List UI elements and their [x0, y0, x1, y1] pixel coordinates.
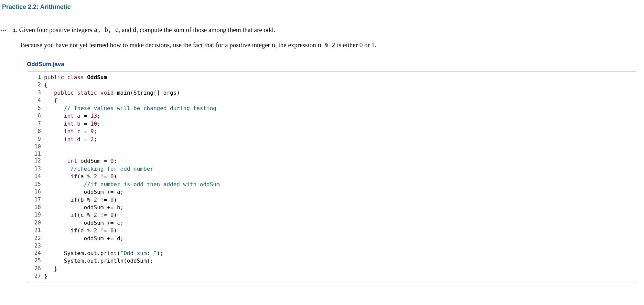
t2-expr: n % 2 [318, 42, 335, 49]
code-line: 21 if(d % 2 != 0) [27, 227, 227, 234]
code-line: 6 int a = 13; [27, 112, 227, 120]
code-content[interactable]: oddSum += c; [44, 219, 227, 227]
t1-mid1: , and [119, 26, 133, 33]
code-content[interactable]: int d = 2; [44, 136, 227, 143]
line-number: 4 [27, 97, 44, 104]
line-number: 6 [27, 112, 44, 120]
code-content[interactable]: oddSum += d; [44, 235, 227, 242]
line-number: 19 [27, 211, 44, 219]
code-line: 26 } [27, 265, 227, 273]
line-number: 15 [27, 181, 44, 188]
code-content[interactable]: int oddSum = 0; [44, 157, 227, 165]
code-editor[interactable]: 1public class OddSum2{3 public static vo… [27, 71, 637, 283]
code-line: 15 //if number is odd then added with od… [27, 181, 227, 188]
code-line: 13 //checking for odd number [27, 165, 227, 173]
code-content[interactable]: public class OddSum [44, 74, 227, 81]
code-content[interactable]: if(b % 2 != 0) [44, 196, 227, 204]
line-number: 11 [27, 150, 44, 157]
code-line: 20 oddSum += c; [27, 219, 227, 227]
problem-block: ••• 1. Given four positive integers a, b… [0, 26, 644, 283]
code-content[interactable]: int c = 9; [44, 128, 227, 135]
line-number: 9 [27, 136, 44, 143]
code-line: 16 oddSum += a; [27, 188, 227, 196]
code-line: 24 System.out.print("Odd sum: "); [27, 250, 227, 257]
code-content[interactable]: } [44, 265, 227, 273]
code-line: 27} [27, 273, 227, 280]
code-line: 8 int c = 9; [27, 128, 227, 135]
code-content[interactable]: if(a % 2 != 0) [44, 173, 227, 180]
code-content[interactable]: { [44, 81, 227, 89]
code-content[interactable] [44, 242, 227, 249]
code-content[interactable] [44, 143, 227, 150]
line-number: 12 [27, 157, 44, 165]
t1-mid2: , compute the sum of those among them th… [137, 26, 275, 33]
code-content[interactable]: oddSum += b; [44, 204, 227, 211]
page-title: Practice 2.2: Arithmetic [0, 0, 644, 11]
code-line: 18 oddSum += b; [27, 204, 227, 211]
line-number: 16 [27, 188, 44, 196]
code-line: 10 [27, 143, 227, 150]
code-line: 25 System.out.println(oddSum); [27, 257, 227, 265]
code-content[interactable]: //checking for odd number [44, 165, 227, 173]
line-number: 2 [27, 81, 44, 89]
code-line: 17 if(b % 2 != 0) [27, 196, 227, 204]
line-number: 7 [27, 120, 44, 128]
line-number: 5 [27, 105, 44, 112]
t1-pre: Given four positive integers [19, 26, 94, 33]
code-content[interactable] [44, 150, 227, 157]
code-content[interactable]: } [44, 273, 227, 280]
code-line: 23 [27, 242, 227, 249]
line-number: 1 [27, 74, 44, 81]
code-content[interactable]: int b = 10; [44, 120, 227, 128]
code-content[interactable]: System.out.println(oddSum); [44, 257, 227, 265]
code-line: 9 int d = 2; [27, 136, 227, 143]
line-number: 25 [27, 257, 44, 265]
code-line: 22 oddSum += d; [27, 235, 227, 242]
problem-number: 1. [13, 27, 17, 33]
code-content[interactable]: System.out.print("Odd sum: "); [44, 250, 227, 257]
line-number: 24 [27, 250, 44, 257]
code-content[interactable]: // These values will be changed during t… [44, 105, 227, 112]
problem-text-1: Given four positive integers a, b, c, an… [19, 26, 275, 34]
line-number: 10 [27, 143, 44, 150]
code-content[interactable]: if(c % 2 != 0) [44, 211, 227, 219]
t2-mid: , the expression [275, 41, 318, 49]
line-number: 3 [27, 89, 44, 97]
code-line: 14 if(a % 2 != 0) [27, 173, 227, 180]
line-number: 23 [27, 242, 44, 249]
line-number: 26 [27, 265, 44, 273]
line-number: 27 [27, 273, 44, 280]
line-number: 13 [27, 165, 44, 173]
line-number: 14 [27, 173, 44, 180]
code-content[interactable]: //if number is odd then added with oddSu… [44, 181, 227, 188]
code-line: 12 int oddSum = 0; [27, 157, 227, 165]
line-number: 18 [27, 204, 44, 211]
code-line: 19 if(c % 2 != 0) [27, 211, 227, 219]
filename-label: OddSum.java [27, 61, 644, 68]
code-line: 4 { [27, 97, 227, 104]
code-content[interactable]: if(d % 2 != 0) [44, 227, 227, 234]
line-number: 8 [27, 128, 44, 135]
code-table: 1public class OddSum2{3 public static vo… [27, 74, 227, 281]
difficulty-dots: ••• [0, 28, 13, 33]
problem-text-2: Because you have not yet learned how to … [21, 41, 644, 49]
code-line: 7 int b = 10; [27, 120, 227, 128]
code-content[interactable]: int a = 13; [44, 112, 227, 120]
code-content[interactable]: { [44, 97, 227, 104]
line-number: 20 [27, 219, 44, 227]
code-line: 11 [27, 150, 227, 157]
line-number: 21 [27, 227, 44, 234]
t1-vars: a, b, c [94, 27, 119, 33]
t2-post: is either 0 or 1. [335, 41, 376, 49]
code-line: 3 public static void main(String[] args) [27, 89, 227, 97]
line-number: 22 [27, 235, 44, 242]
t1-d: d [133, 27, 136, 33]
code-content[interactable]: public static void main(String[] args) [44, 89, 227, 97]
t2-n: n [272, 42, 275, 49]
code-line: 5 // These values will be changed during… [27, 105, 227, 112]
code-line: 2{ [27, 81, 227, 89]
code-content[interactable]: oddSum += a; [44, 188, 227, 196]
code-line: 1public class OddSum [27, 74, 227, 81]
line-number: 17 [27, 196, 44, 204]
t2-pre: Because you have not yet learned how to … [21, 41, 272, 49]
